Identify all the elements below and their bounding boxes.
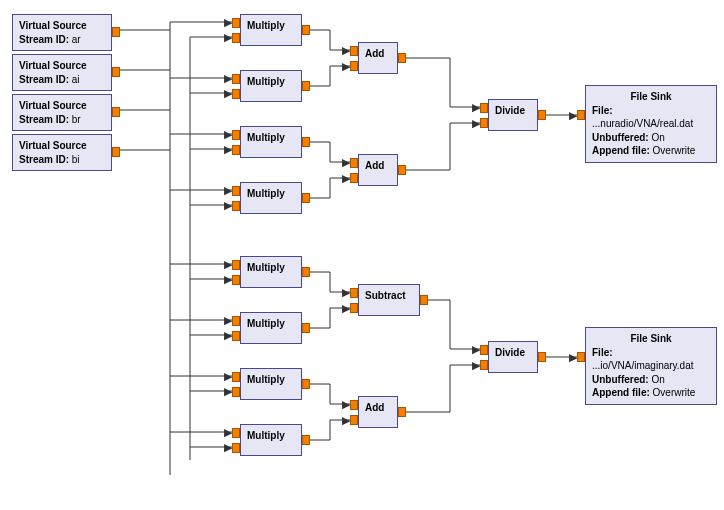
- stream-id-value: br: [72, 114, 81, 125]
- port-in[interactable]: [577, 110, 585, 120]
- port-in[interactable]: [232, 387, 240, 397]
- port-in[interactable]: [350, 303, 358, 313]
- port-in[interactable]: [350, 400, 358, 410]
- port-in[interactable]: [350, 46, 358, 56]
- port-in[interactable]: [232, 130, 240, 140]
- block-title: Divide: [495, 346, 531, 360]
- stream-id-value: ar: [72, 34, 81, 45]
- block-title: Add: [365, 47, 391, 61]
- file-sink-real[interactable]: File Sink File: ...nuradio/VNA/real.dat …: [585, 85, 717, 163]
- multiply-block[interactable]: Multiply: [240, 424, 302, 456]
- file-sink-imaginary[interactable]: File Sink File: ...io/VNA/imaginary.dat …: [585, 327, 717, 405]
- block-title: Multiply: [247, 19, 295, 33]
- port-in[interactable]: [577, 352, 585, 362]
- unbuffered-label: Unbuffered:: [592, 374, 649, 385]
- port-out[interactable]: [302, 25, 310, 35]
- block-title: Virtual Source: [19, 19, 105, 33]
- unbuffered-value: On: [651, 132, 664, 143]
- port-out[interactable]: [302, 81, 310, 91]
- virtual-source-ai[interactable]: Virtual Source Stream ID: ai: [12, 54, 112, 91]
- stream-id-value: bi: [72, 154, 80, 165]
- block-title: File Sink: [592, 332, 710, 346]
- file-label: File:: [592, 105, 613, 116]
- block-title: Add: [365, 159, 391, 173]
- port-in[interactable]: [350, 288, 358, 298]
- port-out[interactable]: [302, 379, 310, 389]
- add-block[interactable]: Add: [358, 42, 398, 74]
- file-value: ...nuradio/VNA/real.dat: [592, 118, 693, 129]
- append-value: Overwrite: [653, 145, 696, 156]
- virtual-source-ar[interactable]: Virtual Source Stream ID: ar: [12, 14, 112, 51]
- port-in[interactable]: [350, 173, 358, 183]
- port-out[interactable]: [302, 137, 310, 147]
- multiply-block[interactable]: Multiply: [240, 312, 302, 344]
- multiply-block[interactable]: Multiply: [240, 256, 302, 288]
- port-in[interactable]: [232, 428, 240, 438]
- virtual-source-br[interactable]: Virtual Source Stream ID: br: [12, 94, 112, 131]
- port-in[interactable]: [232, 331, 240, 341]
- block-title: Multiply: [247, 429, 295, 443]
- stream-id-label: Stream ID:: [19, 114, 69, 125]
- multiply-block[interactable]: Multiply: [240, 14, 302, 46]
- block-title: Multiply: [247, 187, 295, 201]
- port-in[interactable]: [350, 415, 358, 425]
- block-title: Virtual Source: [19, 99, 105, 113]
- multiply-block[interactable]: Multiply: [240, 70, 302, 102]
- file-value: ...io/VNA/imaginary.dat: [592, 360, 694, 371]
- port-out[interactable]: [302, 193, 310, 203]
- port-in[interactable]: [232, 372, 240, 382]
- block-title: Multiply: [247, 75, 295, 89]
- unbuffered-value: On: [651, 374, 664, 385]
- port-in[interactable]: [232, 33, 240, 43]
- port-in[interactable]: [232, 186, 240, 196]
- port-in[interactable]: [232, 275, 240, 285]
- port-out[interactable]: [538, 110, 546, 120]
- block-title: Multiply: [247, 373, 295, 387]
- port-out[interactable]: [112, 67, 120, 77]
- port-in[interactable]: [232, 201, 240, 211]
- virtual-source-bi[interactable]: Virtual Source Stream ID: bi: [12, 134, 112, 171]
- add-block[interactable]: Add: [358, 154, 398, 186]
- port-in[interactable]: [232, 316, 240, 326]
- multiply-block[interactable]: Multiply: [240, 182, 302, 214]
- file-label: File:: [592, 347, 613, 358]
- block-title: Multiply: [247, 317, 295, 331]
- subtract-block[interactable]: Subtract: [358, 284, 420, 316]
- multiply-block[interactable]: Multiply: [240, 126, 302, 158]
- port-in[interactable]: [232, 18, 240, 28]
- port-in[interactable]: [232, 74, 240, 84]
- stream-id-label: Stream ID:: [19, 34, 69, 45]
- port-out[interactable]: [302, 267, 310, 277]
- multiply-block[interactable]: Multiply: [240, 368, 302, 400]
- port-out[interactable]: [302, 323, 310, 333]
- port-in[interactable]: [350, 61, 358, 71]
- port-out[interactable]: [398, 53, 406, 63]
- port-out[interactable]: [112, 27, 120, 37]
- add-block[interactable]: Add: [358, 396, 398, 428]
- port-out[interactable]: [538, 352, 546, 362]
- divide-block[interactable]: Divide: [488, 341, 538, 373]
- stream-id-label: Stream ID:: [19, 74, 69, 85]
- port-out[interactable]: [398, 165, 406, 175]
- port-out[interactable]: [420, 295, 428, 305]
- port-in[interactable]: [232, 89, 240, 99]
- port-in[interactable]: [480, 103, 488, 113]
- divide-block[interactable]: Divide: [488, 99, 538, 131]
- port-in[interactable]: [480, 360, 488, 370]
- port-out[interactable]: [112, 147, 120, 157]
- append-value: Overwrite: [653, 387, 696, 398]
- block-title: Divide: [495, 104, 531, 118]
- port-in[interactable]: [480, 118, 488, 128]
- port-out[interactable]: [302, 435, 310, 445]
- port-in[interactable]: [480, 345, 488, 355]
- port-out[interactable]: [112, 107, 120, 117]
- append-label: Append file:: [592, 387, 650, 398]
- port-in[interactable]: [232, 443, 240, 453]
- port-out[interactable]: [398, 407, 406, 417]
- unbuffered-label: Unbuffered:: [592, 132, 649, 143]
- block-title: Virtual Source: [19, 139, 105, 153]
- port-in[interactable]: [232, 260, 240, 270]
- block-title: Add: [365, 401, 391, 415]
- port-in[interactable]: [350, 158, 358, 168]
- port-in[interactable]: [232, 145, 240, 155]
